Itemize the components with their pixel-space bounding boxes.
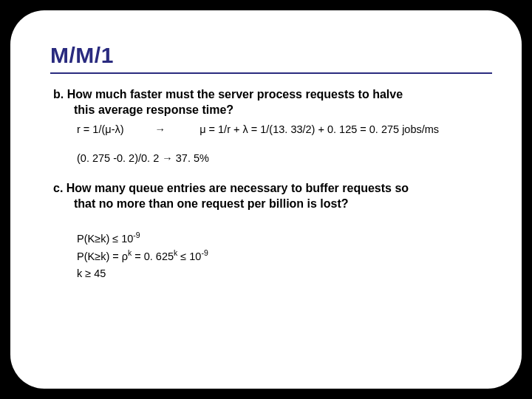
question-c-line1: c. How many queue entries are necessary … [53,182,409,194]
b-math-line1: r = 1/(μ-λ) → μ = 1/r + λ = 1/(13. 33/2)… [77,123,488,137]
arrow-icon: → [154,123,167,137]
title-rule [50,72,492,74]
c-line1-a: P(K≥k) ≤ 10 [77,233,133,245]
c-line2-b: = 0. 625 [132,250,174,262]
c-math-line2: P(K≥k) = ρk = 0. 625k ≤ 10-9 [77,250,488,265]
c-math-line1: P(K≥k) ≤ 10-9 [77,232,488,247]
c-line2-c: ≤ 10 [177,250,201,262]
c-line1-exp: -9 [133,231,140,239]
question-c: c. How many queue entries are necessary … [53,181,488,212]
question-b-line1: b. How much faster must the server proce… [53,88,403,100]
b-line1-rhs: μ = 1/r + λ = 1/(13. 33/2) + 0. 125 = 0.… [200,123,439,135]
c-line2-a: P(K≥k) = ρ [77,250,128,262]
c-math-line3: k ≥ 45 [77,267,488,282]
slide-card: M/M/1 b. How much faster must the server… [10,10,522,389]
question-b: b. How much faster must the server proce… [53,87,488,118]
b-math-line2: (0. 275 -0. 2)/0. 2 → 37. 5% [77,151,488,166]
question-b-line2: this average response time? [53,103,488,118]
slide-title: M/M/1 [50,43,488,68]
c-line2-exp3: -9 [201,249,208,257]
question-c-line2: that no more than one request per billio… [53,197,488,212]
b-line1-lhs: r = 1/(μ-λ) [77,123,124,135]
